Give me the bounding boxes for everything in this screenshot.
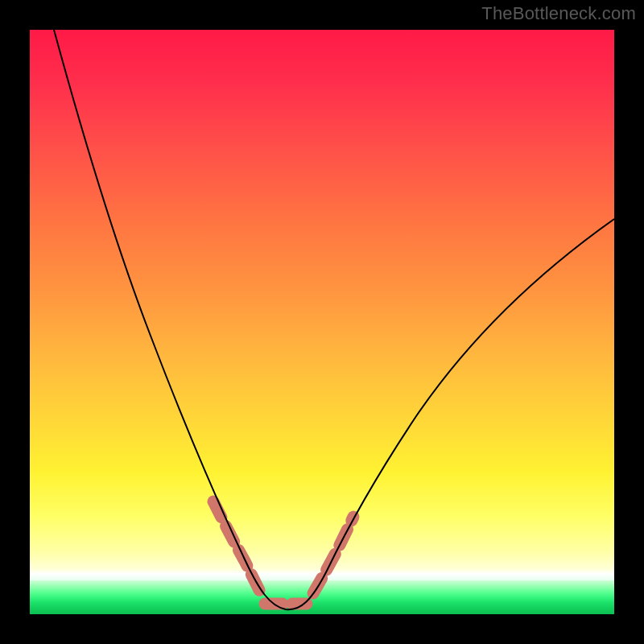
highlight-left-wall xyxy=(213,502,260,592)
highlight-group xyxy=(213,502,353,604)
chart-frame: TheBottleneck.com xyxy=(0,0,644,644)
plot-area xyxy=(30,30,614,614)
watermark-text: TheBottleneck.com xyxy=(481,3,636,24)
curve-layer xyxy=(30,30,614,614)
valley-curve xyxy=(54,30,614,609)
highlight-right-wall xyxy=(313,517,353,593)
